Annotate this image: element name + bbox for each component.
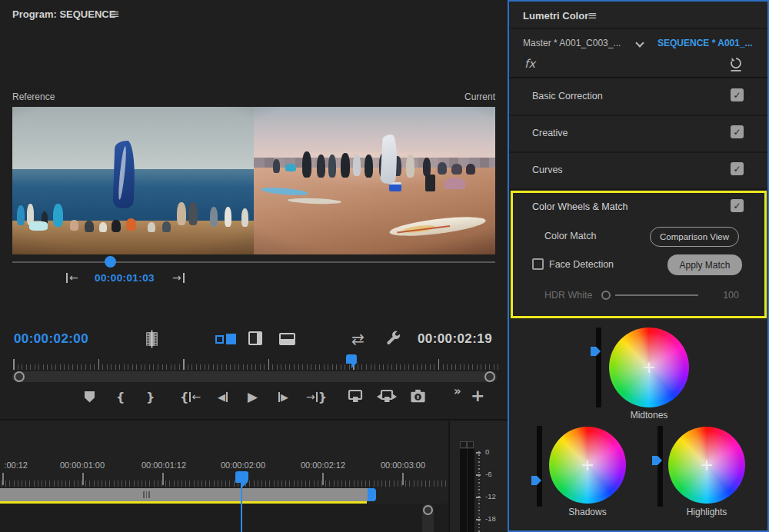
go-to-out-button[interactable]: →} — [306, 389, 327, 404]
highlights-label: Highlights — [668, 507, 745, 517]
lumetri-panel-title: Lumetri Color — [523, 10, 588, 22]
mark-in-button[interactable]: { — [116, 389, 125, 404]
ruler-timecode-label: 00:00:03:00 — [365, 461, 441, 470]
clip-timecode: 00:00:01:03 — [86, 272, 163, 284]
section-creative[interactable]: Creative — [532, 128, 568, 138]
comparison-view-button[interactable]: Comparison View — [650, 227, 739, 247]
timeline-vertical-scrollbar[interactable] — [422, 504, 434, 532]
premiere-workspace: Program: SEQUENCE ≡ Reference Current — [0, 0, 769, 532]
panel-menu-icon[interactable]: ≡ — [110, 7, 120, 21]
master-clip-tab[interactable]: Master * A001_C003_... — [523, 38, 634, 48]
play-button[interactable]: ▶ — [248, 389, 258, 404]
reference-frame-image — [12, 107, 254, 254]
current-label: Current — [415, 91, 495, 102]
hdr-white-slider-knob[interactable] — [601, 291, 611, 300]
settings-wrench-icon[interactable] — [384, 330, 401, 347]
timeline-panel: :00:12 00:00:01:00 00:00:01:12 00:00:02:… — [0, 419, 448, 532]
comparison-frames — [12, 107, 495, 254]
meter-scale-label: -18 — [485, 514, 496, 523]
creative-checkbox[interactable] — [731, 125, 744, 138]
face-detection-checkbox[interactable] — [532, 258, 544, 270]
hdr-white-value: 100 — [713, 290, 739, 301]
section-basic-correction[interactable]: Basic Correction — [532, 91, 603, 101]
position-timecode: 00:00:02:00 — [14, 331, 88, 347]
work-area-bar[interactable] — [0, 488, 368, 501]
ruler-timecode-label: 00:00:02:12 — [285, 461, 361, 470]
audio-meter-panel: 0 -6 -12 -18 — [448, 419, 508, 532]
clip-scrubber-track[interactable] — [12, 261, 495, 263]
color-match-label: Color Match — [544, 231, 596, 241]
lift-button[interactable] — [346, 388, 365, 405]
timeline-tracks-area[interactable] — [0, 504, 448, 532]
clip-scrubber-knob[interactable] — [105, 256, 116, 268]
step-forward-button[interactable]: ▶ — [278, 389, 288, 404]
lumetri-color-panel: Lumetri Color ≡ Master * A001_C003_... S… — [508, 0, 769, 532]
chevron-down-icon[interactable] — [635, 38, 644, 47]
panel-menu-icon[interactable]: ≡ — [588, 8, 598, 22]
clip-indicator-left — [460, 441, 467, 448]
sequence-clip-tab[interactable]: SEQUENCE * A001_... — [657, 38, 765, 48]
timeline-ruler[interactable] — [0, 473, 448, 487]
timeline-playhead[interactable] — [235, 471, 248, 483]
add-marker-button[interactable] — [85, 389, 95, 404]
vertical-split-view-button[interactable] — [248, 331, 262, 345]
hdr-white-label: HDR White — [544, 290, 593, 301]
section-color-wheels-match[interactable]: Color Wheels & Match — [532, 201, 628, 212]
shot-comparison-icon[interactable] — [143, 330, 161, 348]
current-frame-image — [254, 107, 495, 254]
apply-match-button[interactable]: Apply Match — [667, 254, 742, 275]
ruler-timecode-label: 00:00:01:00 — [44, 461, 121, 470]
horizontal-split-view-button[interactable] — [279, 333, 295, 345]
program-playhead-marker[interactable] — [346, 354, 357, 364]
meter-bar-right — [468, 449, 474, 532]
meter-bar-left — [460, 449, 467, 532]
meter-scale-label: -6 — [485, 470, 491, 478]
ruler-timecode-label: 00:00:01:12 — [125, 461, 202, 470]
swap-sides-icon[interactable]: ⇄ — [351, 330, 365, 348]
highlights-color-wheel[interactable]: + — [668, 427, 745, 504]
more-buttons-chevron[interactable]: » — [454, 384, 461, 398]
face-detection-label: Face Detection — [549, 259, 614, 270]
reset-effect-icon[interactable] — [728, 56, 744, 72]
curves-checkbox[interactable] — [731, 162, 744, 175]
program-time-ruler[interactable] — [12, 357, 499, 370]
mark-out-button[interactable]: } — [146, 389, 155, 404]
midtones-color-wheel[interactable]: + — [609, 328, 689, 407]
go-to-in-button[interactable]: {← — [180, 389, 201, 404]
ruler-timecode-label: 00:00:02:00 — [205, 461, 281, 470]
program-panel-title: Program: SEQUENCE — [12, 8, 115, 20]
highlights-luma-slider[interactable] — [657, 426, 663, 507]
work-area-end-handle[interactable] — [368, 488, 376, 501]
program-horizontal-scrollbar[interactable] — [12, 371, 497, 382]
end-timecode: 00:00:02:19 — [411, 331, 492, 347]
ruler-timecode-label: :00:12 — [0, 461, 28, 470]
extract-button[interactable] — [377, 388, 397, 405]
shadows-label: Shadows — [549, 507, 626, 517]
basic-correction-checkbox[interactable] — [731, 88, 744, 101]
meter-scale-label: -12 — [485, 492, 496, 500]
hdr-white-slider-track[interactable] — [615, 294, 698, 296]
color-wheels-match-checkbox[interactable] — [731, 199, 744, 212]
reference-label: Reference — [12, 91, 55, 102]
fx-badge-icon[interactable]: fx — [524, 57, 535, 71]
section-curves[interactable]: Curves — [532, 165, 563, 175]
clip-indicator-right — [467, 441, 474, 448]
midtones-luma-slider[interactable] — [596, 328, 601, 407]
midtones-label: Midtones — [609, 410, 689, 421]
side-by-side-view-button[interactable] — [215, 334, 237, 344]
shadows-luma-slider[interactable] — [537, 426, 542, 507]
go-to-in-button[interactable]: ← — [66, 271, 78, 284]
step-back-button[interactable]: ◀ — [218, 389, 228, 404]
shadows-color-wheel[interactable]: + — [549, 427, 626, 504]
export-frame-camera-button[interactable] — [409, 387, 427, 405]
add-button-editor[interactable]: + — [471, 386, 484, 405]
go-to-out-button[interactable]: → — [172, 271, 185, 284]
meter-scale-label: 0 — [485, 447, 489, 456]
